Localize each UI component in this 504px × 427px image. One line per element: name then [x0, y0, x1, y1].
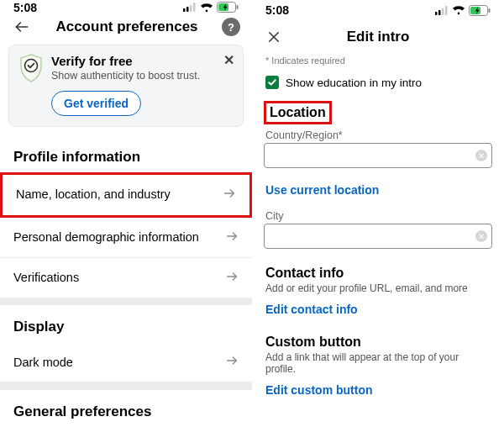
row-label: Name, location, and industry	[16, 187, 171, 201]
svg-rect-3	[193, 3, 196, 12]
row-label: Personal demographic information	[13, 230, 199, 244]
country-region-label: Country/Region*	[252, 129, 504, 143]
chevron-right-icon	[225, 354, 239, 370]
chevron-right-icon	[223, 187, 236, 203]
row-personal-demographic[interactable]: Personal demographic information	[0, 218, 252, 258]
svg-rect-2	[190, 5, 192, 12]
show-education-label: Show education in my intro	[286, 76, 422, 89]
svg-rect-0	[183, 8, 186, 12]
location-heading: Location	[264, 101, 332, 124]
status-time: 5:08	[265, 3, 289, 17]
contact-info-desc: Add or edit your profile URL, email, and…	[265, 282, 491, 294]
status-bar: 5:08	[0, 0, 252, 14]
status-right	[183, 2, 239, 13]
city-label: City	[252, 210, 504, 224]
clear-icon[interactable]: ✕	[475, 230, 487, 242]
row-label: Verifications	[13, 271, 79, 284]
get-verified-button[interactable]: Get verified	[51, 91, 141, 116]
section-gap	[0, 382, 252, 390]
help-icon[interactable]: ?	[222, 18, 240, 36]
header: Account preferences ?	[0, 14, 252, 39]
wifi-icon	[452, 5, 465, 15]
svg-rect-14	[438, 10, 441, 15]
status-bar: 5:08	[252, 0, 504, 20]
svg-rect-5	[218, 3, 228, 11]
city-input[interactable]	[264, 224, 492, 249]
signal-icon	[183, 3, 197, 12]
section-general-preferences: General preferences	[0, 390, 252, 427]
screen-edit-intro: 5:08 Edit intro * Indicates required	[252, 0, 504, 427]
battery-icon	[217, 2, 239, 13]
row-dark-mode[interactable]: Dark mode	[0, 342, 252, 382]
close-icon[interactable]	[264, 27, 284, 47]
battery-icon	[469, 5, 491, 16]
custom-button-desc: Add a link that will appear at the top o…	[265, 351, 491, 375]
section-gap	[0, 298, 252, 306]
back-arrow-icon[interactable]	[12, 17, 32, 37]
status-right	[435, 5, 491, 16]
use-current-location-link[interactable]: Use current location	[252, 177, 504, 210]
svg-rect-18	[470, 7, 480, 14]
required-note: * Indicates required	[252, 54, 504, 72]
header-title: Account preferences	[40, 18, 213, 35]
screen-account-preferences: 5:08 Account preferences ? ✕	[0, 0, 252, 427]
chevron-right-icon	[225, 270, 239, 286]
close-icon[interactable]: ✕	[223, 52, 234, 68]
signal-icon	[435, 6, 449, 15]
highlight-name-location: Name, location, and industry	[0, 172, 252, 218]
header-title: Edit intro	[292, 29, 464, 45]
header: Edit intro	[252, 20, 504, 54]
chevron-right-icon	[225, 229, 239, 245]
shield-check-icon	[19, 54, 43, 82]
svg-rect-1	[186, 7, 189, 12]
country-region-input[interactable]	[264, 143, 492, 168]
row-label: Dark mode	[13, 356, 73, 369]
contact-info-heading: Contact info	[265, 266, 491, 281]
verify-subtitle: Show authenticity to boost trust.	[51, 70, 200, 82]
section-display: Display	[0, 305, 252, 342]
show-education-toggle[interactable]: Show education in my intro	[252, 72, 504, 101]
section-profile-information: Profile information	[0, 135, 252, 172]
svg-rect-19	[489, 8, 491, 13]
svg-rect-16	[445, 6, 448, 15]
edit-custom-button-link[interactable]: Edit custom button	[252, 377, 504, 410]
custom-button-section: Custom button Add a link that will appea…	[252, 335, 504, 377]
custom-button-heading: Custom button	[265, 335, 491, 350]
row-verifications[interactable]: Verifications	[0, 258, 252, 298]
svg-rect-6	[237, 5, 239, 9]
row-name-location-industry[interactable]: Name, location, and industry	[3, 175, 249, 214]
checkbox-checked-icon	[265, 76, 279, 89]
svg-rect-15	[442, 8, 444, 15]
clear-icon[interactable]: ✕	[475, 150, 487, 161]
svg-rect-13	[435, 12, 438, 15]
status-time: 5:08	[13, 1, 37, 14]
edit-contact-info-link[interactable]: Edit contact info	[252, 296, 504, 329]
wifi-icon	[200, 3, 213, 13]
verify-title: Verify for free	[51, 54, 200, 68]
verify-card: ✕ Verify for free Show authenticity to b…	[8, 45, 244, 127]
contact-info-section: Contact info Add or edit your profile UR…	[252, 266, 504, 296]
